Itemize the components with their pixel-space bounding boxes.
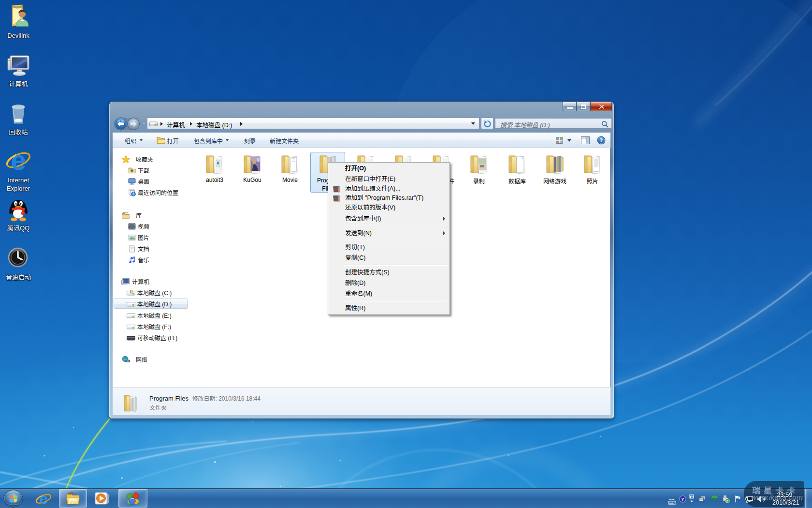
svg-text:e: e xyxy=(11,148,26,175)
svg-text:?: ? xyxy=(600,137,603,143)
svg-text:?: ? xyxy=(682,496,684,502)
svg-text:e: e xyxy=(39,492,47,507)
